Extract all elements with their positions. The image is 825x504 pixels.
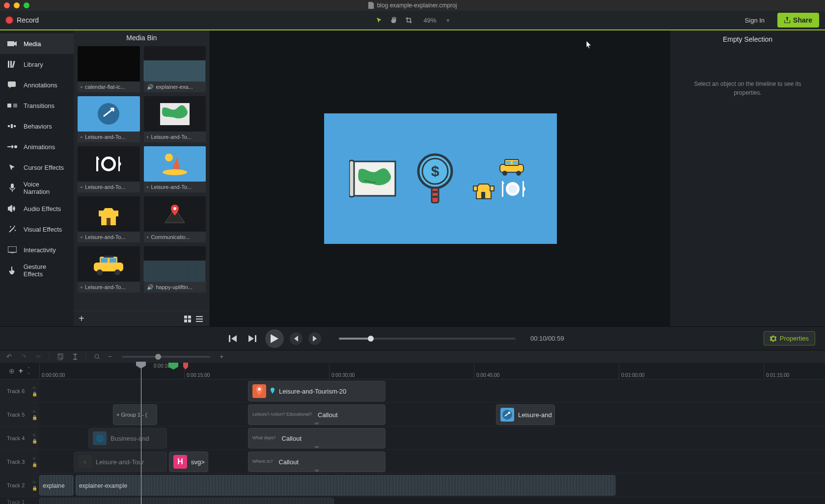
svg-rect-40: [349, 160, 354, 197]
redo-button[interactable]: ↷: [20, 353, 28, 361]
add-track-button[interactable]: +: [19, 367, 23, 375]
track-label[interactable]: Track 3👁🔒: [0, 450, 39, 473]
scrubber-handle[interactable]: [368, 336, 374, 342]
playhead[interactable]: [141, 363, 141, 504]
clip-handle-icon[interactable]: [314, 446, 319, 449]
timeline-audio-clip[interactable]: explaine: [39, 475, 74, 496]
crop-tool-icon[interactable]: [405, 16, 412, 24]
timeline-toolbar: ↶ ↷ ✂ − +: [0, 350, 825, 363]
sidebar-item-library[interactable]: Library: [0, 54, 74, 75]
media-item[interactable]: 🔊happy-upliftin...: [144, 246, 206, 292]
select-tool-icon[interactable]: [375, 16, 383, 24]
media-item[interactable]: ▫calendar-flat-ic...: [78, 46, 140, 92]
grid-view-icon[interactable]: [184, 316, 193, 322]
sidebar-item-cursor-effects[interactable]: Cursor Effects: [0, 157, 74, 178]
step-back-button[interactable]: [226, 332, 240, 345]
chevron-down-icon[interactable]: ⌄: [27, 371, 30, 375]
sidebar-label: Annotations: [24, 81, 57, 89]
playback-time: 00:10/00:59: [530, 335, 564, 342]
hand-tool-icon[interactable]: [390, 16, 398, 24]
track-label[interactable]: Track 6👁🔒: [0, 379, 39, 402]
undo-button[interactable]: ↶: [5, 353, 13, 361]
timeline-clip[interactable]: Leisure-and: [496, 404, 555, 425]
zoom-out-icon[interactable]: [93, 353, 101, 361]
media-item[interactable]: ▫Leisure-and-To...: [144, 96, 206, 142]
list-view-icon[interactable]: [196, 316, 205, 322]
split-button[interactable]: [71, 353, 79, 361]
timeline-clip[interactable]: ▫ Leisure-and-Tour: [74, 451, 167, 472]
svg-rect-55: [481, 192, 485, 199]
track-label[interactable]: Track 5👁🔒: [0, 403, 39, 426]
canvas-area[interactable]: $: [210, 30, 670, 326]
track-label[interactable]: Track 4👁🔒: [0, 426, 39, 450]
play-button[interactable]: [265, 329, 284, 348]
timeline-callout-clip[interactable]: What days? Callout: [248, 428, 385, 449]
copy-button[interactable]: [56, 353, 64, 361]
track-options-icon[interactable]: ⊕: [9, 367, 15, 375]
timeline-clip[interactable]: H svg>: [169, 451, 208, 472]
timeline-audio-clip[interactable]: explainer-example: [76, 475, 616, 496]
sidebar-item-visual-effects[interactable]: Visual Effects: [0, 219, 74, 239]
timeline-callout-clip[interactable]: Leisure? Action? Educational? Callout: [248, 404, 385, 425]
canvas-frame[interactable]: $: [324, 113, 557, 244]
timeline-zoom-slider[interactable]: [122, 356, 210, 358]
svg-rect-21: [99, 211, 103, 216]
animations-icon: [7, 142, 18, 151]
zoom-dropdown-icon[interactable]: ▾: [446, 17, 450, 24]
media-item[interactable]: ▫Leisure-and-To...: [144, 146, 206, 192]
sidebar-item-annotations[interactable]: Annotations: [0, 75, 74, 95]
zoom-level[interactable]: 49%: [423, 17, 436, 24]
share-button[interactable]: Share: [777, 13, 819, 27]
image-icon: ▫: [81, 84, 82, 90]
sidebar-item-voice-narration[interactable]: Voice Narration: [0, 178, 74, 198]
clip-handle-icon[interactable]: [314, 423, 319, 425]
media-item[interactable]: ▫Leisure-and-To...: [78, 96, 140, 142]
track-label[interactable]: Track 2👁🔒: [0, 474, 39, 497]
media-item[interactable]: ▫Communicatio...: [144, 196, 206, 242]
record-button[interactable]: Record: [6, 16, 39, 24]
timeline-group-clip[interactable]: + Group 1 - (: [113, 404, 157, 425]
image-icon: ▫: [81, 184, 82, 190]
sidebar-label: Behaviors: [24, 123, 52, 130]
timeline-clip[interactable]: 🌐 Business-and: [88, 428, 167, 449]
minimize-window-button[interactable]: [14, 2, 20, 8]
step-forward-button[interactable]: [246, 332, 259, 345]
sidebar-item-transitions[interactable]: Transitions: [0, 95, 74, 116]
sidebar-item-gesture-effects[interactable]: Gesture Effects: [0, 260, 74, 281]
svg-rect-61: [255, 335, 256, 342]
sidebar-item-audio-effects[interactable]: Audio Effects: [0, 198, 74, 219]
image-icon: ▫: [81, 284, 82, 290]
media-item[interactable]: ▫Leisure-and-To...: [78, 246, 140, 292]
image-icon: ▫: [147, 234, 149, 240]
globe-icon: 🌐: [93, 431, 107, 445]
media-bin-grid[interactable]: ▫calendar-flat-ic... 🔊explainer-exa... ▫…: [74, 45, 210, 311]
timeline-callout-clip[interactable]: Where to? Callout: [248, 451, 385, 472]
cut-button[interactable]: ✂: [34, 353, 42, 361]
signin-button[interactable]: Sign In: [738, 14, 771, 27]
svg-rect-35: [188, 319, 191, 322]
svg-point-51: [502, 171, 507, 176]
media-item[interactable]: ▫Leisure-and-To...: [78, 146, 140, 192]
track-label[interactable]: Track 1: [0, 497, 39, 504]
ruler-tick: 0:00:30;00: [329, 363, 355, 379]
sidebar-item-behaviors[interactable]: Behaviors: [0, 116, 74, 136]
sidebar-label: Animations: [24, 143, 55, 151]
timeline-ruler[interactable]: 0:00:00;00 0:00:15;00 0:00:30;00 0:00:45…: [39, 363, 825, 379]
zoom-slider-handle[interactable]: [155, 354, 161, 360]
prev-marker-button[interactable]: [290, 332, 302, 345]
maximize-window-button[interactable]: [24, 2, 29, 8]
next-marker-button[interactable]: [308, 332, 321, 345]
timeline-audio-clip[interactable]: [39, 498, 334, 504]
properties-toggle-button[interactable]: Properties: [764, 331, 815, 345]
playback-scrubber[interactable]: [339, 338, 516, 340]
close-window-button[interactable]: [4, 2, 10, 8]
sidebar-item-media[interactable]: Media: [0, 33, 74, 54]
ruler-tick: 0:01:15;00: [764, 363, 789, 379]
media-item[interactable]: ▫Leisure-and-To...: [78, 196, 140, 242]
add-media-button[interactable]: +: [79, 313, 84, 324]
sidebar-item-animations[interactable]: Animations: [0, 136, 74, 157]
media-item[interactable]: 🔊explainer-exa...: [144, 46, 206, 92]
timeline-clip[interactable]: Leisure-and-Tourism-20: [248, 381, 385, 401]
sidebar-item-interactivity[interactable]: Interactivity: [0, 239, 74, 260]
clip-handle-icon[interactable]: [314, 470, 319, 472]
